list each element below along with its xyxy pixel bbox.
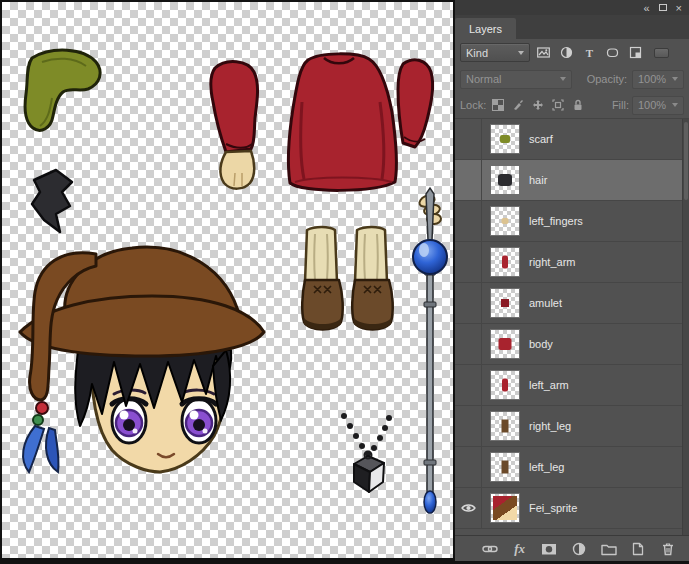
layer-thumbnail-art <box>502 461 509 474</box>
lock-transparent-pixels-icon[interactable] <box>489 97 506 114</box>
scrollbar-thumb[interactable] <box>684 122 688 200</box>
kind-filter-select[interactable]: Kind <box>460 43 530 62</box>
visibility-toggle[interactable] <box>455 488 482 528</box>
kind-label: Kind <box>466 47 488 59</box>
layer-thumbnail[interactable] <box>490 247 520 277</box>
layer-thumbnail[interactable] <box>490 411 520 441</box>
layer-name: left_fingers <box>529 215 583 227</box>
blend-mode-row: Normal Opacity: 100% <box>455 66 689 92</box>
smart-object-filter-icon[interactable] <box>625 43 645 62</box>
restore-window-icon[interactable] <box>659 4 667 11</box>
layer-row-left-leg[interactable]: left_leg <box>455 447 689 488</box>
new-layer-icon[interactable] <box>627 539 649 559</box>
bead-red <box>36 402 48 414</box>
hair-tuft-sprite <box>32 170 72 232</box>
layer-row-fei-sprite[interactable]: Fei_sprite <box>455 488 689 529</box>
layer-row-body[interactable]: body <box>455 324 689 365</box>
fill-label: Fill: <box>612 99 629 111</box>
chevron-down-icon <box>518 51 524 55</box>
layer-list-scrollbar[interactable] <box>682 119 689 535</box>
layer-thumbnail[interactable] <box>490 452 520 482</box>
layer-thumbnail[interactable] <box>490 124 520 154</box>
tab-layers[interactable]: Layers <box>455 18 516 39</box>
layer-row-right-arm[interactable]: right_arm <box>455 242 689 283</box>
layer-name: scarf <box>529 133 553 145</box>
blend-mode-value: Normal <box>466 73 501 85</box>
blend-mode-select[interactable]: Normal <box>460 70 572 89</box>
left-eye <box>112 399 146 443</box>
eye-icon <box>461 503 476 513</box>
pixel-layer-filter-icon[interactable] <box>533 43 553 62</box>
layer-row-amulet[interactable]: amulet <box>455 283 689 324</box>
layer-thumbnail[interactable] <box>490 370 520 400</box>
shape-layer-filter-icon[interactable] <box>602 43 622 62</box>
visibility-toggle[interactable] <box>455 406 482 446</box>
visibility-toggle[interactable] <box>455 283 482 323</box>
layer-thumbnail-art <box>502 379 508 392</box>
layer-row-left-arm[interactable]: left_arm <box>455 365 689 406</box>
type-layer-filter-icon[interactable]: T <box>579 43 599 62</box>
layer-row-scarf[interactable]: scarf <box>455 119 689 160</box>
lock-artboard-icon[interactable] <box>549 97 566 114</box>
layer-thumbnail[interactable] <box>490 493 520 523</box>
canvas-area[interactable] <box>2 2 453 558</box>
layer-thumbnail-art <box>502 218 509 224</box>
layer-thumbnail[interactable] <box>490 329 520 359</box>
visibility-toggle[interactable] <box>455 365 482 405</box>
layer-thumbnail[interactable] <box>490 206 520 236</box>
layer-name: left_leg <box>529 461 564 473</box>
amulet-sprite <box>341 413 392 492</box>
layers-panel: « × Layers Kind T Normal <box>455 0 689 561</box>
visibility-toggle[interactable] <box>455 119 482 159</box>
layer-row-hair[interactable]: hair <box>455 160 689 201</box>
fill-input[interactable]: 100% <box>632 96 684 115</box>
link-layers-icon[interactable] <box>479 539 501 559</box>
delete-layer-icon[interactable] <box>657 539 679 559</box>
right-arm-sprite <box>398 60 433 147</box>
layer-thumbnail-art <box>500 135 510 143</box>
feather-1 <box>23 426 44 472</box>
adjustment-layer-filter-icon[interactable] <box>556 43 576 62</box>
fill-value: 100% <box>638 99 666 111</box>
visibility-toggle[interactable] <box>455 447 482 487</box>
lock-image-pixels-icon[interactable] <box>509 97 526 114</box>
visibility-toggle[interactable] <box>455 242 482 282</box>
visibility-toggle[interactable] <box>455 160 482 200</box>
right-eye <box>182 399 216 443</box>
layer-list: scarf hair left_fingers right_arm amulet… <box>455 119 689 535</box>
layer-thumbnail-art <box>502 256 508 269</box>
visibility-toggle[interactable] <box>455 324 482 364</box>
layer-filter-row: Kind T <box>455 39 689 66</box>
layer-name: left_arm <box>529 379 569 391</box>
chevron-down-icon <box>672 103 678 107</box>
layer-name: right_arm <box>529 256 575 268</box>
layer-thumbnail-art <box>502 420 509 433</box>
right-boot-sprite <box>352 227 393 330</box>
layer-name: right_leg <box>529 420 571 432</box>
staff-sprite <box>413 188 447 513</box>
opacity-input[interactable]: 100% <box>632 70 684 89</box>
layer-name: Fei_sprite <box>529 502 577 514</box>
lock-position-icon[interactable] <box>529 97 546 114</box>
body-sprite <box>289 54 397 191</box>
new-group-icon[interactable] <box>598 539 620 559</box>
collapse-panels-icon[interactable]: « <box>643 3 649 13</box>
layer-row-right-leg[interactable]: right_leg <box>455 406 689 447</box>
layer-filter-toggle[interactable] <box>654 48 669 58</box>
visibility-toggle[interactable] <box>455 201 482 241</box>
chevron-down-icon <box>560 77 566 81</box>
layer-thumbnail[interactable] <box>490 165 520 195</box>
sprite-sheet <box>2 2 453 558</box>
lock-all-icon[interactable] <box>569 97 586 114</box>
layer-row-left-fingers[interactable]: left_fingers <box>455 201 689 242</box>
opacity-label: Opacity: <box>587 73 627 85</box>
new-adjustment-layer-icon[interactable] <box>568 539 590 559</box>
layer-styles-fx-icon[interactable]: fx <box>509 539 531 559</box>
add-layer-mask-icon[interactable] <box>538 539 560 559</box>
layer-name: body <box>529 338 553 350</box>
chevron-down-icon <box>672 77 678 81</box>
close-icon[interactable]: × <box>676 3 682 13</box>
feather-2 <box>46 428 59 472</box>
left-boot-sprite <box>302 227 343 330</box>
layer-thumbnail[interactable] <box>490 288 520 318</box>
